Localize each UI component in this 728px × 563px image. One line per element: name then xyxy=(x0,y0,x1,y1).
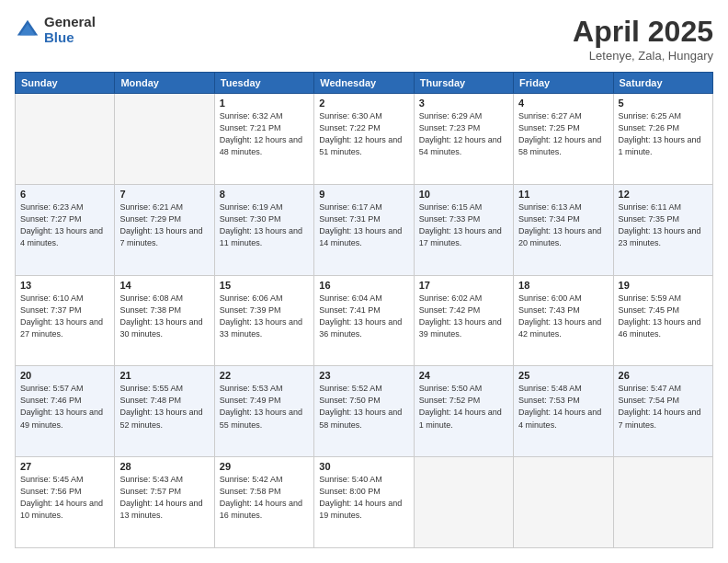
day-info: Sunrise: 6:25 AM Sunset: 7:26 PM Dayligh… xyxy=(619,110,708,158)
day-number: 18 xyxy=(518,280,608,291)
logo: General Blue xyxy=(15,15,96,45)
table-row: 20Sunrise: 5:57 AM Sunset: 7:46 PM Dayli… xyxy=(16,366,115,457)
table-row xyxy=(514,457,613,548)
day-info: Sunrise: 5:43 AM Sunset: 7:57 PM Dayligh… xyxy=(119,474,209,522)
logo-blue-text: Blue xyxy=(44,30,96,46)
day-info: Sunrise: 5:40 AM Sunset: 8:00 PM Dayligh… xyxy=(319,474,408,522)
day-number: 20 xyxy=(20,370,109,381)
day-number: 28 xyxy=(119,461,209,472)
day-number: 3 xyxy=(419,98,508,109)
table-row: 14Sunrise: 6:08 AM Sunset: 7:38 PM Dayli… xyxy=(115,275,214,366)
table-row xyxy=(16,94,115,185)
day-number: 30 xyxy=(319,461,408,472)
day-number: 19 xyxy=(619,280,708,291)
table-row: 6Sunrise: 6:23 AM Sunset: 7:27 PM Daylig… xyxy=(16,184,115,275)
col-wednesday: Wednesday xyxy=(314,73,414,94)
day-info: Sunrise: 6:13 AM Sunset: 7:34 PM Dayligh… xyxy=(518,201,608,249)
table-row: 25Sunrise: 5:48 AM Sunset: 7:53 PM Dayli… xyxy=(514,366,613,457)
day-info: Sunrise: 6:15 AM Sunset: 7:33 PM Dayligh… xyxy=(419,201,508,249)
day-info: Sunrise: 6:19 AM Sunset: 7:30 PM Dayligh… xyxy=(220,201,309,249)
logo-general-text: General xyxy=(44,15,96,30)
day-info: Sunrise: 6:10 AM Sunset: 7:37 PM Dayligh… xyxy=(20,293,109,340)
day-info: Sunrise: 5:42 AM Sunset: 7:58 PM Dayligh… xyxy=(220,474,309,522)
day-info: Sunrise: 5:53 AM Sunset: 7:49 PM Dayligh… xyxy=(220,383,309,431)
day-number: 5 xyxy=(619,98,708,109)
col-friday: Friday xyxy=(514,73,613,94)
day-number: 22 xyxy=(220,370,309,381)
calendar-week-row: 6Sunrise: 6:23 AM Sunset: 7:27 PM Daylig… xyxy=(16,184,713,275)
day-info: Sunrise: 6:08 AM Sunset: 7:38 PM Dayligh… xyxy=(119,293,209,340)
day-info: Sunrise: 5:45 AM Sunset: 7:56 PM Dayligh… xyxy=(20,474,109,522)
col-monday: Monday xyxy=(115,73,214,94)
day-info: Sunrise: 6:00 AM Sunset: 7:43 PM Dayligh… xyxy=(518,293,608,340)
day-number: 16 xyxy=(319,280,408,291)
day-number: 15 xyxy=(220,280,309,291)
day-number: 13 xyxy=(20,280,109,291)
header: General Blue April 2025 Letenye, Zala, H… xyxy=(15,15,713,63)
day-number: 2 xyxy=(319,98,408,109)
day-number: 27 xyxy=(20,461,109,472)
day-number: 6 xyxy=(20,189,109,200)
table-row: 30Sunrise: 5:40 AM Sunset: 8:00 PM Dayli… xyxy=(314,457,414,548)
day-number: 1 xyxy=(220,98,309,109)
day-number: 4 xyxy=(518,98,608,109)
subtitle: Letenye, Zala, Hungary xyxy=(573,49,713,63)
day-info: Sunrise: 6:06 AM Sunset: 7:39 PM Dayligh… xyxy=(220,293,309,340)
col-sunday: Sunday xyxy=(16,73,115,94)
day-info: Sunrise: 5:48 AM Sunset: 7:53 PM Dayligh… xyxy=(518,383,608,431)
table-row: 4Sunrise: 6:27 AM Sunset: 7:25 PM Daylig… xyxy=(514,94,613,185)
day-number: 25 xyxy=(518,370,608,381)
table-row xyxy=(613,457,712,548)
day-number: 11 xyxy=(518,189,608,200)
day-number: 10 xyxy=(419,189,508,200)
calendar-week-row: 13Sunrise: 6:10 AM Sunset: 7:37 PM Dayli… xyxy=(16,275,713,366)
day-number: 17 xyxy=(419,280,508,291)
day-number: 21 xyxy=(119,370,209,381)
day-info: Sunrise: 6:23 AM Sunset: 7:27 PM Dayligh… xyxy=(20,201,109,249)
col-thursday: Thursday xyxy=(414,73,513,94)
day-info: Sunrise: 5:59 AM Sunset: 7:45 PM Dayligh… xyxy=(619,293,708,340)
day-info: Sunrise: 5:55 AM Sunset: 7:48 PM Dayligh… xyxy=(119,383,209,431)
table-row: 10Sunrise: 6:15 AM Sunset: 7:33 PM Dayli… xyxy=(414,184,513,275)
day-info: Sunrise: 6:21 AM Sunset: 7:29 PM Dayligh… xyxy=(119,201,209,249)
table-row: 12Sunrise: 6:11 AM Sunset: 7:35 PM Dayli… xyxy=(613,184,712,275)
day-info: Sunrise: 6:27 AM Sunset: 7:25 PM Dayligh… xyxy=(518,110,608,158)
table-row: 16Sunrise: 6:04 AM Sunset: 7:41 PM Dayli… xyxy=(314,275,414,366)
day-info: Sunrise: 5:57 AM Sunset: 7:46 PM Dayligh… xyxy=(20,383,109,431)
day-number: 9 xyxy=(319,189,408,200)
table-row: 27Sunrise: 5:45 AM Sunset: 7:56 PM Dayli… xyxy=(16,457,115,548)
day-info: Sunrise: 5:50 AM Sunset: 7:52 PM Dayligh… xyxy=(419,383,508,431)
table-row: 1Sunrise: 6:32 AM Sunset: 7:21 PM Daylig… xyxy=(214,94,313,185)
table-row: 11Sunrise: 6:13 AM Sunset: 7:34 PM Dayli… xyxy=(514,184,613,275)
table-row: 24Sunrise: 5:50 AM Sunset: 7:52 PM Dayli… xyxy=(414,366,513,457)
day-info: Sunrise: 6:02 AM Sunset: 7:42 PM Dayligh… xyxy=(419,293,508,340)
day-number: 29 xyxy=(220,461,309,472)
table-row: 2Sunrise: 6:30 AM Sunset: 7:22 PM Daylig… xyxy=(314,94,414,185)
table-row: 17Sunrise: 6:02 AM Sunset: 7:42 PM Dayli… xyxy=(414,275,513,366)
table-row: 18Sunrise: 6:00 AM Sunset: 7:43 PM Dayli… xyxy=(514,275,613,366)
table-row: 28Sunrise: 5:43 AM Sunset: 7:57 PM Dayli… xyxy=(115,457,214,548)
table-row: 22Sunrise: 5:53 AM Sunset: 7:49 PM Dayli… xyxy=(214,366,313,457)
table-row: 21Sunrise: 5:55 AM Sunset: 7:48 PM Dayli… xyxy=(115,366,214,457)
day-number: 7 xyxy=(119,189,209,200)
day-number: 24 xyxy=(419,370,508,381)
table-row xyxy=(414,457,513,548)
calendar-week-row: 1Sunrise: 6:32 AM Sunset: 7:21 PM Daylig… xyxy=(16,94,713,185)
main-title: April 2025 xyxy=(573,15,713,49)
table-row: 5Sunrise: 6:25 AM Sunset: 7:26 PM Daylig… xyxy=(613,94,712,185)
table-row: 7Sunrise: 6:21 AM Sunset: 7:29 PM Daylig… xyxy=(115,184,214,275)
day-number: 23 xyxy=(319,370,408,381)
logo-icon xyxy=(15,17,40,43)
calendar-table: Sunday Monday Tuesday Wednesday Thursday… xyxy=(15,72,713,548)
table-row: 26Sunrise: 5:47 AM Sunset: 7:54 PM Dayli… xyxy=(613,366,712,457)
day-info: Sunrise: 6:04 AM Sunset: 7:41 PM Dayligh… xyxy=(319,293,408,340)
table-row: 29Sunrise: 5:42 AM Sunset: 7:58 PM Dayli… xyxy=(214,457,313,548)
day-info: Sunrise: 5:52 AM Sunset: 7:50 PM Dayligh… xyxy=(319,383,408,431)
page: General Blue April 2025 Letenye, Zala, H… xyxy=(0,0,728,563)
logo-text: General Blue xyxy=(44,15,96,45)
day-info: Sunrise: 6:11 AM Sunset: 7:35 PM Dayligh… xyxy=(619,201,708,249)
day-number: 8 xyxy=(220,189,309,200)
table-row xyxy=(115,94,214,185)
table-row: 19Sunrise: 5:59 AM Sunset: 7:45 PM Dayli… xyxy=(613,275,712,366)
table-row: 13Sunrise: 6:10 AM Sunset: 7:37 PM Dayli… xyxy=(16,275,115,366)
